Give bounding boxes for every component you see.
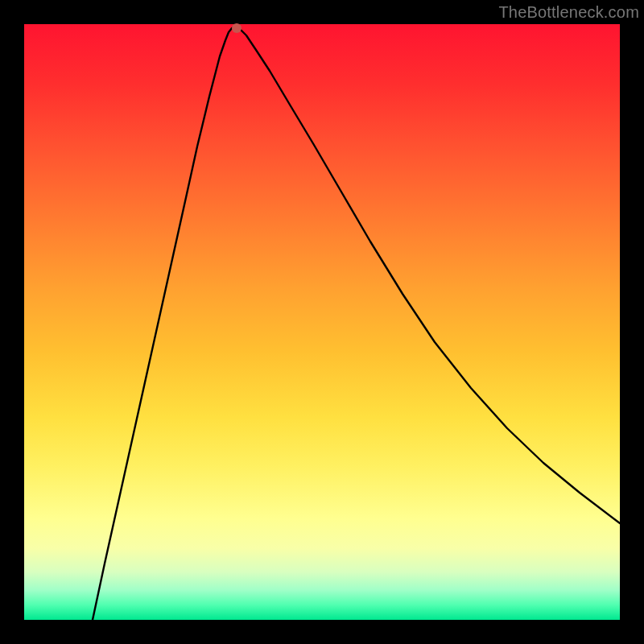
plot-area bbox=[24, 24, 620, 620]
optimum-marker bbox=[232, 23, 242, 33]
bottleneck-curve bbox=[93, 27, 620, 620]
chart-frame: TheBottleneck.com bbox=[0, 0, 644, 644]
watermark-text: TheBottleneck.com bbox=[498, 3, 639, 22]
curve-svg bbox=[24, 24, 620, 620]
